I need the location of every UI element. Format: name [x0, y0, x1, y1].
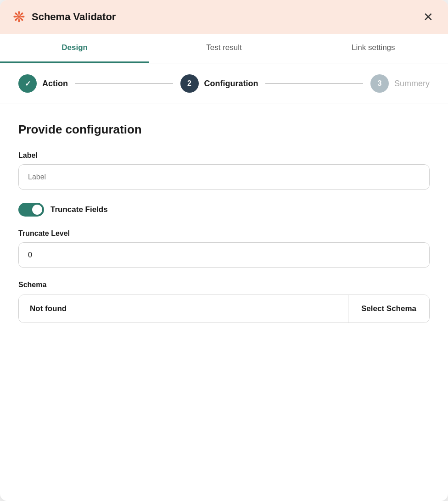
stepper: ✓ Action 2 Configuration 3 Summery	[0, 63, 448, 104]
logo-icon: ❋	[13, 10, 25, 24]
truncate-level-input[interactable]	[18, 242, 430, 268]
schema-row: Not found Select Schema	[18, 295, 430, 323]
section-title: Provide configuration	[18, 122, 430, 137]
main-content: Provide configuration Label Truncate Fie…	[0, 104, 448, 341]
truncate-fields-row: Truncate Fields	[18, 203, 430, 217]
truncate-fields-label: Truncate Fields	[50, 205, 108, 214]
step-action-label: Action	[42, 79, 68, 89]
tab-design[interactable]: Design	[0, 34, 149, 63]
schema-not-found: Not found	[19, 295, 348, 323]
schema-label: Schema	[18, 281, 430, 289]
toggle-slider	[18, 203, 44, 217]
step-configuration-label: Configuration	[204, 79, 258, 89]
step-configuration-circle: 2	[180, 74, 199, 93]
select-schema-button[interactable]: Select Schema	[348, 295, 429, 323]
step-connector-2	[265, 83, 363, 84]
step-summery-circle: 3	[370, 74, 389, 93]
step-summery-label: Summery	[394, 79, 430, 89]
tab-link-settings[interactable]: Link settings	[299, 34, 448, 63]
tab-test-result[interactable]: Test result	[149, 34, 298, 63]
truncate-fields-toggle[interactable]	[18, 203, 44, 217]
app-window: ❋ Schema Validator ✕ Design Test result …	[0, 0, 448, 501]
step-configuration: 2 Configuration	[180, 74, 258, 93]
header: ❋ Schema Validator ✕	[0, 0, 448, 34]
step-connector-1	[75, 83, 173, 84]
close-button[interactable]: ✕	[421, 9, 435, 25]
label-field-label: Label	[18, 151, 430, 160]
header-title: Schema Validator	[32, 11, 116, 23]
step-action-circle: ✓	[18, 74, 37, 93]
truncate-level-label: Truncate Level	[18, 229, 430, 238]
label-input[interactable]	[18, 164, 430, 190]
tabs-bar: Design Test result Link settings	[0, 34, 448, 63]
step-summery: 3 Summery	[370, 74, 430, 93]
step-action: ✓ Action	[18, 74, 68, 93]
header-left: ❋ Schema Validator	[13, 10, 116, 24]
